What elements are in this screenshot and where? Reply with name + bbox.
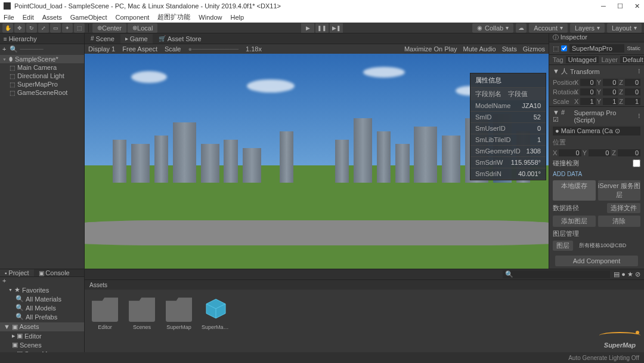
scale-z[interactable]: 1 [625,98,640,105]
menu-help[interactable]: Help [230,14,244,21]
hierarchy-tab[interactable]: ≡ Hierarchy [0,33,84,44]
gameobject-name[interactable]: SuperMapPro [569,44,624,53]
project-filter[interactable]: ▤ ● ★ ⊘ [614,270,640,278]
fav-prefabs[interactable]: 🔍 All Prefabs [0,312,84,321]
tag-dropdown[interactable]: Untagged [566,56,599,63]
add-layer-button[interactable]: 添加图层 [553,216,596,227]
browse-file-button[interactable]: 选择文件 [607,203,640,213]
clear-button[interactable]: 清除 [598,216,641,227]
rot-y[interactable]: 0 [603,88,618,96]
tab-scene[interactable]: # Scene [86,34,119,44]
static-toggle[interactable]: Static [627,45,640,51]
script-component-header[interactable]: ▼ # ☑ Supermap Pro (Script)⁝ [549,107,644,125]
tab-console[interactable]: ▣ Console [34,269,75,276]
layer-dropdown[interactable]: Default [620,56,644,63]
pause-button[interactable]: ❚❚ [315,23,329,33]
tree-scenes[interactable]: ▣ Scenes [0,340,84,349]
mute-audio[interactable]: Mute Audio [463,45,496,53]
menu-gameobject[interactable]: GameObject [70,14,107,21]
attribute-info-panel[interactable]: 属性信息 字段别名 字段值 ModelNameJZA10 SmID52 SmUs… [470,73,546,180]
asset-folder-editor[interactable]: Editor [91,296,119,330]
close-button[interactable]: ✕ [633,2,640,10]
move-tool[interactable]: ✥ [14,23,25,33]
menu-assets[interactable]: Assets [42,14,62,21]
project-create[interactable]: + [2,277,6,284]
project-search[interactable]: 🔍 [503,270,610,278]
fav-models[interactable]: 🔍 All Models [0,303,84,312]
hierarchy-item-camera[interactable]: ⬚ Main Camera [0,63,84,72]
layers-dropdown[interactable]: Layers ▾ [570,23,605,33]
project-sidebar: ▪ Project ▣ Console + ▼ ★ Favorites 🔍 Al… [0,269,85,363]
layers-button[interactable]: 图层 [553,241,573,251]
hierarchy-create[interactable]: + [2,45,6,53]
attr-row: SmGeometryID1308 [470,146,546,157]
scale-slider[interactable]: ●────────── [188,45,239,53]
scale-tool[interactable]: ⤢ [38,23,49,33]
game-render-view[interactable]: 属性信息 字段别名 字段值 ModelNameJZA10 SmID52 SmUs… [85,54,549,269]
asset-folder-scenes[interactable]: Scenes [128,296,156,330]
pos-x[interactable]: 0 [580,79,596,86]
hierarchy-scene[interactable]: ▼ ⬮ SampleScene* [0,55,84,63]
rect-tool[interactable]: ▭ [50,23,61,33]
menu-file[interactable]: File [4,14,14,21]
pivot-local[interactable]: ⊗ Local [128,23,157,33]
pos-y[interactable]: 0 [603,79,618,86]
rot-z[interactable]: 0 [625,88,640,96]
tab-game[interactable]: ▸ Game [120,34,153,44]
play-button[interactable]: ▶ [301,23,314,33]
attr-row: SmUserID0 [470,123,546,134]
transform-tool[interactable]: ✦ [62,23,73,33]
attr-row: SmSdriW115.9558° [470,157,546,168]
hand-tool[interactable]: ✋ [2,23,13,33]
custom-tool[interactable]: ⬚ [74,23,85,33]
pivot-center[interactable]: ⊕ Center [92,23,126,33]
assets-header[interactable]: ▼ ▣ Assets [0,322,84,331]
rotate-tool[interactable]: ↻ [26,23,37,33]
menu-window[interactable]: Window [199,14,222,21]
favorites-header[interactable]: ▼ ★ Favorites [0,285,84,294]
pos-z[interactable]: 0 [625,79,640,86]
iserver-tab[interactable]: iServer 服务图层 [598,180,641,201]
tab-project[interactable]: ▪ Project [0,269,34,276]
stats-toggle[interactable]: Stats [502,45,517,53]
gizmos-toggle[interactable]: Gizmos [523,45,545,53]
collab-button[interactable]: ◉ Collab ▾ [472,23,513,33]
hierarchy-item-supermappro[interactable]: ⬚ SuperMapPro [0,80,84,88]
tree-editor[interactable]: ▶ ▣ Editor [0,331,84,340]
aspect-dropdown[interactable]: Free Aspect [122,45,157,53]
maximize-button[interactable]: ☐ [617,2,624,10]
local-cache-tab[interactable]: 本地缓存 [553,180,596,201]
maximize-on-play[interactable]: Maximize On Play [404,45,457,53]
inspector-tab[interactable]: ⓘ Inspector [549,33,644,42]
layout-dropdown[interactable]: Layout ▾ [607,23,642,33]
tag-label: Tag [553,56,564,63]
tab-asset-store[interactable]: 🛒 Asset Store [154,34,206,44]
gameobject-active-checkbox[interactable] [561,45,567,51]
main-camera-field[interactable]: ● Main Camera (Ca ⊙ [553,127,640,136]
cloud-button[interactable]: ☁ [516,23,527,33]
scale-x[interactable]: 1 [580,98,596,105]
menu-edit[interactable]: Edit [23,14,34,21]
add-component-button[interactable]: Add Component [555,256,638,266]
collision-checkbox[interactable] [633,159,640,167]
hierarchy-search[interactable]: 🔍 ───── [10,45,43,53]
lighting-status[interactable]: Auto Generate Lighting Off [568,355,639,361]
menu-component[interactable]: Component [115,14,149,21]
asset-folder-supermap[interactable]: SuperMap [165,296,193,330]
app-icon [4,2,11,10]
menu-supermap[interactable]: 超图扩功能 [157,13,190,21]
rot-x[interactable]: 0 [580,88,596,96]
hierarchy-item-gamesceneroot[interactable]: ⬚ GameSceneRoot [0,88,84,97]
display-dropdown[interactable]: Display 1 [88,45,115,53]
hierarchy-item-light[interactable]: ⬚ Directional Light [0,72,84,80]
attr-panel-title: 属性信息 [470,73,546,88]
account-dropdown[interactable]: Account ▾ [529,23,568,33]
asset-prefab-supermap[interactable]: SuperMap... [202,296,230,330]
transform-component-header[interactable]: ▼ 人 Transform⁝ [549,65,644,78]
scale-y[interactable]: 1 [603,98,618,105]
assets-breadcrumb[interactable]: Assets [85,280,644,290]
fav-materials[interactable]: 🔍 All Materials [0,294,84,303]
step-button[interactable]: ▶❚ [330,23,343,33]
layer-label: Layer [601,56,618,63]
minimize-button[interactable]: ─ [600,2,607,10]
